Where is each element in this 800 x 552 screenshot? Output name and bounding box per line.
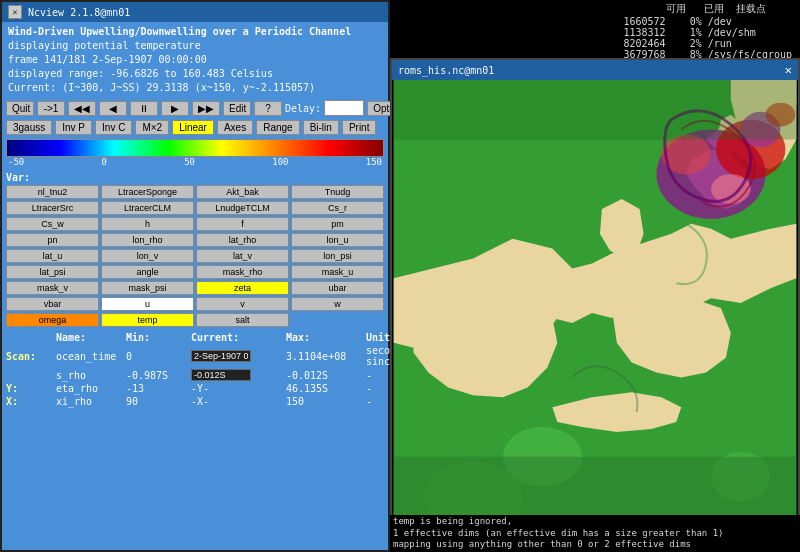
ncview-titlebar: ✕ Ncview 2.1.8@mn01	[2, 2, 388, 22]
svg-rect-12	[394, 80, 797, 139]
dim-srho-current[interactable]	[191, 369, 251, 381]
ncview-info-line-2: displayed range: -96.6826 to 160.483 Cel…	[8, 67, 382, 81]
dim-row-srho: s_rho -0.987S -0.012S -	[6, 368, 384, 382]
range-button[interactable]: Range	[256, 120, 299, 135]
var-v[interactable]: v	[196, 297, 289, 311]
var-nl_tnu2[interactable]: nl_tnu2	[6, 185, 99, 199]
rewind-button[interactable]: ◀◀	[68, 101, 96, 116]
ncview-info-line-3: Current: (I~300, J~SS) 29.3138 (x~150, y…	[8, 81, 382, 95]
dim-col-label	[6, 332, 56, 343]
roms-map-svg	[392, 80, 798, 550]
roms-window: roms_his.nc@mn01 ✕	[390, 58, 800, 552]
colorbar-label-2: 50	[184, 157, 195, 167]
ncview-window: ✕ Ncview 2.1.8@mn01 Wind-Driven Upwellin…	[0, 0, 390, 552]
log-line-2: mapping using anything other than 0 or 2…	[393, 539, 797, 551]
var-pm[interactable]: pm	[291, 217, 384, 231]
dim-col-max: Max:	[286, 332, 366, 343]
var-section: Var: nl_tnu2 LtracerSponge Akt_bak Tnudg…	[2, 169, 388, 329]
dim-scan-min: 0	[126, 351, 191, 362]
var-label: Var:	[6, 172, 30, 183]
ncview-info-block: Wind-Driven Upwelling/Downwelling over a…	[2, 22, 388, 98]
var-omega[interactable]: omega	[6, 313, 99, 327]
arrow1-button[interactable]: ->1	[37, 101, 65, 116]
var-grid: nl_tnu2 LtracerSponge Akt_bak Tnudg Ltra…	[6, 185, 384, 327]
roms-titlebar: roms_his.nc@mn01 ✕	[392, 60, 798, 80]
var-mask_u[interactable]: mask_u	[291, 265, 384, 279]
invc-button[interactable]: Inv C	[95, 120, 132, 135]
var-angle[interactable]: angle	[101, 265, 194, 279]
quit-button[interactable]: Quit	[6, 101, 34, 116]
dim-srho-units: -	[366, 370, 384, 381]
bilin-button[interactable]: Bi-lin	[303, 120, 339, 135]
roms-close-button[interactable]: ✕	[785, 63, 792, 77]
var-pn[interactable]: pn	[6, 233, 99, 247]
var-u[interactable]: u	[101, 297, 194, 311]
step-back-button[interactable]: ◀	[99, 101, 127, 116]
dim-etarho-units: -	[366, 383, 384, 394]
var-temp[interactable]: temp	[101, 313, 194, 327]
roms-map-area	[392, 80, 798, 550]
var-ltracersrc[interactable]: LtracerSrc	[6, 201, 99, 215]
var-f[interactable]: f	[196, 217, 289, 231]
dim-scan-current[interactable]	[191, 350, 251, 362]
3gauss-button[interactable]: 3gauss	[6, 120, 52, 135]
var-akt_bak[interactable]: Akt_bak	[196, 185, 289, 199]
dim-xirho-name: xi_rho	[56, 396, 126, 407]
pause-button[interactable]: ⏸	[130, 101, 158, 116]
var-h[interactable]: h	[101, 217, 194, 231]
dim-header: Name: Min: Current: Max: Units:	[6, 331, 384, 344]
dim-etarho-min: -13	[126, 383, 191, 394]
dim-srho-min: -0.987S	[126, 370, 191, 381]
help-button[interactable]: ?	[254, 101, 282, 116]
var-cs_r[interactable]: Cs_r	[291, 201, 384, 215]
var-ltracersponge[interactable]: LtracerSponge	[101, 185, 194, 199]
var-lnudgetclm[interactable]: LnudgeTCLM	[196, 201, 289, 215]
colorbar-label-0: -50	[8, 157, 24, 167]
var-lat_rho[interactable]: lat_rho	[196, 233, 289, 247]
ncview-main-title: Wind-Driven Upwelling/Downwelling over a…	[8, 25, 382, 39]
dim-scan-name: ocean_time	[56, 351, 126, 362]
var-lat_u[interactable]: lat_u	[6, 249, 99, 263]
axes-button[interactable]: Axes	[217, 120, 253, 135]
var-lat_psi[interactable]: lat_psi	[6, 265, 99, 279]
var-lon_rho[interactable]: lon_rho	[101, 233, 194, 247]
var-lat_v[interactable]: lat_v	[196, 249, 289, 263]
terminal-line-3: 8202464 2% /run	[623, 38, 792, 49]
dim-col-current: Current:	[191, 332, 286, 343]
var-zeta[interactable]: zeta	[196, 281, 289, 295]
edit-button[interactable]: Edit	[223, 101, 251, 116]
invp-button[interactable]: Inv P	[55, 120, 92, 135]
linear-button[interactable]: Linear	[172, 120, 214, 135]
var-mask_rho[interactable]: mask_rho	[196, 265, 289, 279]
ncview-close-button[interactable]: ✕	[8, 5, 22, 19]
var-mask_v[interactable]: mask_v	[6, 281, 99, 295]
delay-input[interactable]	[324, 100, 364, 116]
var-w[interactable]: w	[291, 297, 384, 311]
dim-srho-max: -0.012S	[286, 370, 366, 381]
terminal-line-2: 1138312 1% /dev/shm	[623, 27, 792, 38]
step-fwd-button[interactable]: ▶	[161, 101, 189, 116]
var-lon_psi[interactable]: lon_psi	[291, 249, 384, 263]
dim-row-scan: Scan: ocean_time 0 3.1104e+08 seconds si…	[6, 344, 384, 368]
var-lon_u[interactable]: lon_u	[291, 233, 384, 247]
mx2-button[interactable]: M×2	[135, 120, 169, 135]
var-vbar[interactable]: vbar	[6, 297, 99, 311]
dim-scan-max: 3.1104e+08	[286, 351, 366, 362]
dim-xirho-label: X:	[6, 396, 56, 407]
var-ubar[interactable]: ubar	[291, 281, 384, 295]
log-line-0: temp is being ignored,	[393, 516, 797, 528]
colorbar-container: -50 0 50 100 150	[6, 139, 384, 167]
dim-xirho-units: -	[366, 396, 384, 407]
var-lon_v[interactable]: lon_v	[101, 249, 194, 263]
terminal-line-0: 可用 已用 挂载点	[623, 2, 792, 16]
var-cs_w[interactable]: Cs_w	[6, 217, 99, 231]
dim-srho-name: s_rho	[56, 370, 126, 381]
var-ltracerclm[interactable]: LtracerCLM	[101, 201, 194, 215]
var-tnudg[interactable]: Tnudg	[291, 185, 384, 199]
var-mask_psi[interactable]: mask_psi	[101, 281, 194, 295]
toolbar-row-2: 3gauss Inv P Inv C M×2 Linear Axes Range…	[2, 118, 388, 137]
print-button[interactable]: Print	[342, 120, 377, 135]
var-salt[interactable]: salt	[196, 313, 289, 327]
fast-fwd-button[interactable]: ▶▶	[192, 101, 220, 116]
dim-row-etarho: Y: eta_rho -13 -Y- 46.135S -	[6, 382, 384, 395]
